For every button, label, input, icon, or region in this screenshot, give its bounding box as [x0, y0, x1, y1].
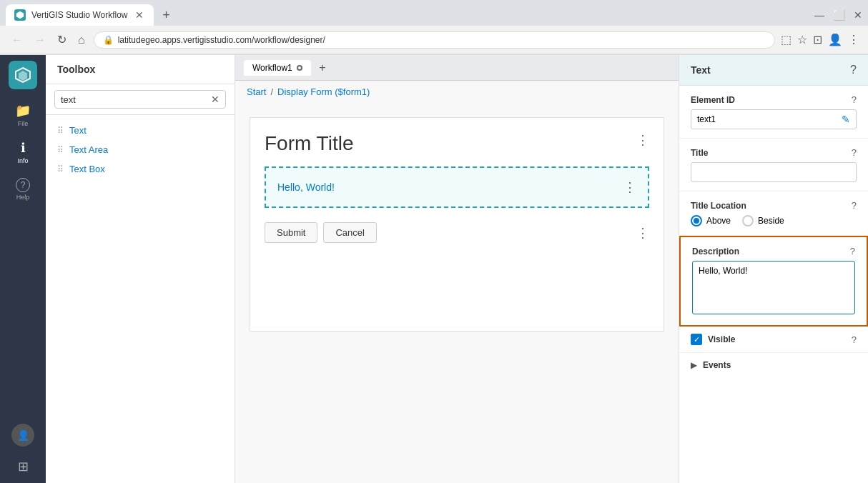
radio-beside[interactable]: Beside: [742, 215, 784, 226]
form-canvas: Form Title ⋮ Hello, World! ⋮ Submit Canc…: [235, 103, 679, 483]
workflow-tabs: Workflow1 +: [235, 55, 679, 81]
description-textarea[interactable]: [692, 261, 855, 314]
form-text-value: Hello, World!: [277, 181, 335, 193]
svg-marker-2: [19, 71, 27, 81]
search-input-wrap[interactable]: ✕: [54, 90, 226, 109]
list-item[interactable]: ⠿ Text Area: [46, 140, 235, 159]
radio-above[interactable]: Above: [691, 215, 731, 226]
screen-capture-icon[interactable]: ⬚: [781, 33, 791, 46]
title-location-section: Title Location ? Above Beside: [679, 191, 868, 236]
item-text-label: Text: [69, 125, 87, 136]
toolbox-search-bar: ✕: [46, 84, 235, 115]
drag-handle-icon: ⠿: [57, 126, 64, 136]
app-layout: 📁 File ℹ Info ? Help 👤 ⊞ Toolbox ✕ ⠿: [0, 55, 868, 483]
radio-above-label: Above: [706, 216, 731, 226]
sidebar-item-help[interactable]: ? Help: [6, 172, 40, 206]
visible-help-icon[interactable]: ?: [852, 334, 857, 345]
element-id-edit-icon[interactable]: ✎: [842, 114, 850, 125]
sidebar-info-label: Info: [17, 157, 28, 164]
url-bar[interactable]: 🔒 latitudegeo.apps.vertigisstudio.com/wo…: [94, 31, 775, 49]
search-input[interactable]: [61, 94, 211, 105]
info-icon: ℹ: [21, 140, 26, 156]
sidebar-item-info[interactable]: ℹ Info: [6, 135, 40, 169]
browser-tab[interactable]: VertiGIS Studio Workflow ✕: [6, 4, 154, 26]
sidebar-help-label: Help: [16, 194, 30, 201]
description-section: Description ?: [679, 236, 868, 327]
form-menu-button[interactable]: ⋮: [636, 132, 649, 148]
left-sidebar: 📁 File ℹ Info ? Help 👤 ⊞: [0, 55, 46, 483]
bookmark-icon[interactable]: ☆: [797, 33, 807, 46]
breadcrumb: Start / Display Form ($form1): [235, 81, 679, 103]
title-label: Title: [691, 148, 708, 158]
form-buttons: Submit Cancel: [265, 222, 377, 243]
lock-icon: 🔒: [103, 35, 114, 45]
desc-label: Description: [692, 247, 739, 257]
element-id-label: Element ID: [691, 95, 735, 105]
workflow-tab-1[interactable]: Workflow1: [244, 60, 311, 76]
properties-help-icon[interactable]: ?: [850, 64, 857, 76]
element-menu-button[interactable]: ⋮: [623, 179, 636, 195]
title-location-radio-group: Above Beside: [691, 215, 857, 226]
profile-icon[interactable]: 👤: [828, 33, 842, 46]
properties-panel: Text ? Element ID ? ✎ Title ? Tit: [679, 55, 868, 483]
element-id-label-row: Element ID ?: [691, 94, 857, 105]
events-label: Events: [703, 360, 731, 370]
events-chevron-icon: ▶: [691, 360, 697, 370]
menu-icon[interactable]: ⋮: [848, 33, 859, 46]
browser-chrome: VertiGIS Studio Workflow ✕ + — ⬜ ✕ ← → ↻…: [0, 0, 868, 55]
file-icon: 📁: [15, 103, 31, 119]
list-item[interactable]: ⠿ Text: [46, 121, 235, 140]
title-label-row: Title ?: [691, 147, 857, 158]
forward-button[interactable]: →: [31, 32, 49, 48]
workflow-tab-label: Workflow1: [252, 63, 292, 73]
breadcrumb-start[interactable]: Start: [247, 86, 266, 97]
events-section[interactable]: ▶ Events: [679, 353, 868, 377]
form-container: Form Title ⋮ Hello, World! ⋮ Submit Canc…: [250, 117, 664, 332]
radio-beside-circle: [742, 215, 754, 226]
new-tab-button[interactable]: +: [157, 5, 177, 25]
user-avatar[interactable]: 👤: [11, 424, 34, 447]
cancel-button[interactable]: Cancel: [323, 222, 376, 243]
workflow-tab-dot: [297, 65, 302, 71]
visible-label: Visible: [708, 334, 735, 344]
desc-label-row: Description ?: [692, 246, 855, 257]
desc-help-icon[interactable]: ?: [850, 246, 855, 257]
title-location-help-icon[interactable]: ?: [852, 200, 857, 211]
item-textbox-label: Text Box: [69, 164, 105, 174]
tab-title: VertiGIS Studio Workflow: [31, 10, 128, 20]
address-bar: ← → ↻ ⌂ 🔒 latitudegeo.apps.vertigisstudi…: [0, 26, 868, 54]
maximize-button[interactable]: ⬜: [833, 9, 845, 21]
refresh-button[interactable]: ↻: [54, 31, 69, 48]
add-workflow-button[interactable]: +: [314, 59, 331, 76]
apps-grid-icon[interactable]: ⊞: [6, 455, 40, 478]
tab-bar: VertiGIS Studio Workflow ✕ + — ⬜ ✕: [0, 0, 868, 26]
visible-checkbox[interactable]: ✓: [691, 334, 702, 345]
visible-left: ✓ Visible: [691, 334, 735, 345]
split-view-icon[interactable]: ⊡: [813, 33, 822, 46]
form-title: Form Title: [265, 132, 353, 155]
home-button[interactable]: ⌂: [75, 32, 88, 48]
minimize-button[interactable]: —: [814, 9, 824, 21]
form-actions: Submit Cancel ⋮: [265, 216, 649, 249]
back-button[interactable]: ←: [9, 32, 26, 48]
element-id-input[interactable]: [697, 114, 842, 124]
tab-close-button[interactable]: ✕: [134, 8, 145, 22]
title-input[interactable]: [691, 162, 857, 182]
visible-section: ✓ Visible ?: [679, 327, 868, 353]
search-clear-icon[interactable]: ✕: [211, 94, 220, 105]
element-id-help-icon[interactable]: ?: [852, 94, 857, 105]
drag-handle-icon: ⠿: [57, 164, 64, 174]
sidebar-item-file[interactable]: 📁 File: [6, 98, 40, 132]
help-icon: ?: [16, 178, 30, 192]
list-item[interactable]: ⠿ Text Box: [46, 159, 235, 179]
title-help-icon[interactable]: ?: [852, 147, 857, 158]
element-id-input-wrap[interactable]: ✎: [691, 109, 857, 129]
form-text-element[interactable]: Hello, World! ⋮: [265, 166, 649, 208]
toolbox-items-list: ⠿ Text ⠿ Text Area ⠿ Text Box: [46, 115, 235, 184]
drag-handle-icon: ⠿: [57, 145, 64, 155]
submit-button[interactable]: Submit: [265, 222, 317, 243]
element-id-section: Element ID ? ✎: [679, 86, 868, 139]
breadcrumb-current: Display Form ($form1): [277, 86, 370, 97]
actions-menu-button[interactable]: ⋮: [636, 225, 649, 241]
close-window-button[interactable]: ✕: [854, 9, 862, 21]
